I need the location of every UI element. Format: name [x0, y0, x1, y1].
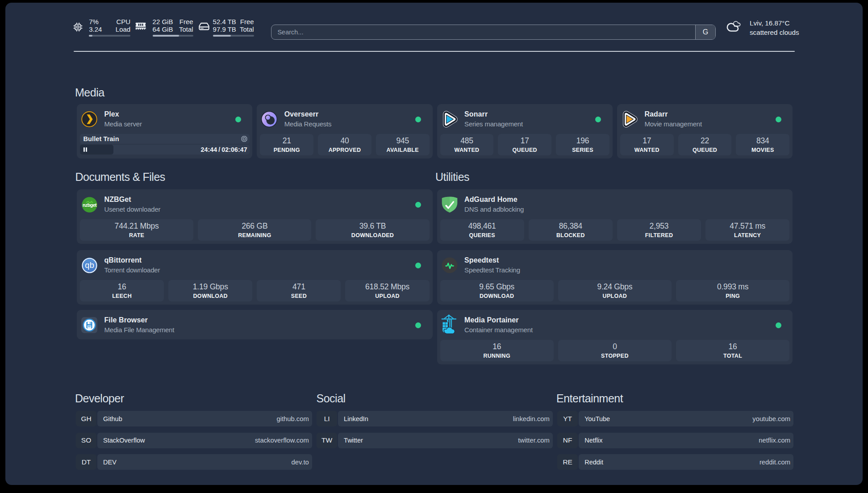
svg-text:qb: qb — [85, 261, 94, 270]
svg-text:nzbget: nzbget — [82, 202, 96, 207]
